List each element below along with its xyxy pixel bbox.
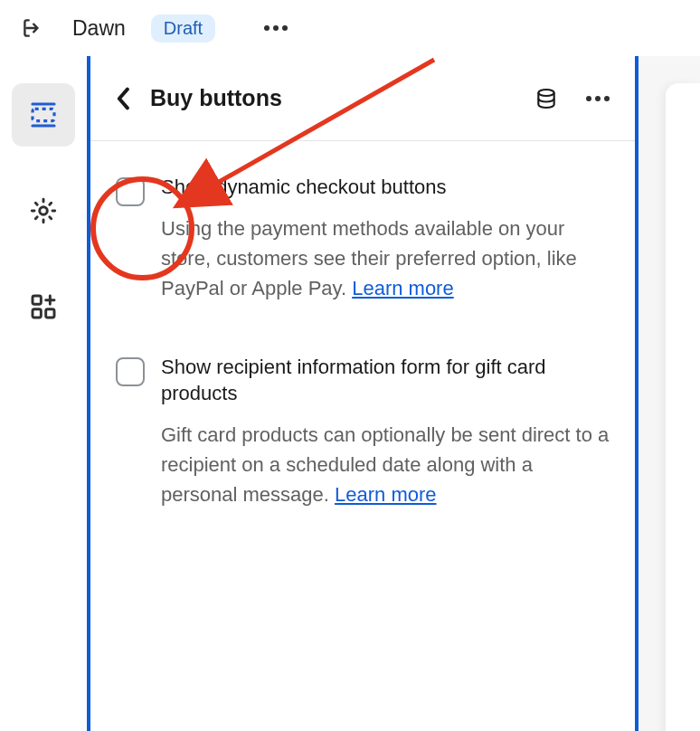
setting-gift-card-recipient: Show recipient information form for gift… (116, 354, 610, 509)
left-sidebar (0, 56, 87, 731)
svg-point-7 (538, 90, 553, 96)
setting-text: Show recipient information form for gift… (161, 354, 610, 509)
learn-more-link[interactable]: Learn more (352, 277, 454, 299)
dynamic-checkout-checkbox[interactable] (116, 177, 145, 206)
gift-card-recipient-checkbox[interactable] (116, 357, 145, 386)
theme-name: Dawn (72, 16, 126, 41)
data-source-button[interactable] (534, 86, 559, 111)
setting-label: Show recipient information form for gift… (161, 354, 610, 407)
settings-panel: Buy buttons Show dynamic checkout button… (87, 56, 639, 731)
setting-description: Gift card products can optionally be sen… (161, 420, 610, 509)
layout: Buy buttons Show dynamic checkout button… (0, 56, 700, 731)
dot-icon (586, 96, 591, 101)
svg-point-3 (40, 207, 48, 215)
svg-rect-5 (33, 309, 41, 318)
section-icon (29, 100, 58, 129)
panel-body: Show dynamic checkout buttons Using the … (90, 141, 635, 593)
sidebar-item-settings[interactable] (12, 179, 75, 242)
dot-icon (282, 25, 288, 31)
apps-icon (29, 292, 58, 321)
sidebar-item-sections[interactable] (12, 83, 75, 147)
right-gutter (639, 56, 700, 731)
top-more-button[interactable] (259, 20, 293, 36)
database-icon (534, 87, 558, 110)
preview-edge (666, 83, 700, 731)
setting-description: Using the payment methods available on y… (161, 214, 610, 303)
dot-icon (595, 96, 601, 101)
dot-icon (604, 96, 610, 101)
panel-title: Buy buttons (150, 85, 521, 111)
svg-rect-4 (33, 296, 41, 304)
setting-text: Show dynamic checkout buttons Using the … (161, 174, 610, 303)
back-button[interactable] (110, 85, 137, 112)
status-badge: Draft (151, 14, 215, 43)
exit-button[interactable] (16, 13, 47, 43)
svg-rect-0 (33, 109, 54, 120)
panel-more-button[interactable] (581, 90, 615, 107)
learn-more-link[interactable]: Learn more (335, 483, 437, 506)
top-bar: Dawn Draft (0, 0, 700, 56)
svg-rect-6 (46, 309, 54, 318)
exit-icon (20, 16, 43, 40)
setting-dynamic-checkout: Show dynamic checkout buttons Using the … (116, 174, 610, 303)
dot-icon (264, 25, 270, 31)
sidebar-item-apps[interactable] (12, 275, 75, 338)
dot-icon (273, 25, 279, 31)
panel-header: Buy buttons (90, 56, 635, 141)
gear-icon (29, 196, 58, 225)
chevron-left-icon (117, 87, 131, 110)
setting-label: Show dynamic checkout buttons (161, 174, 610, 201)
